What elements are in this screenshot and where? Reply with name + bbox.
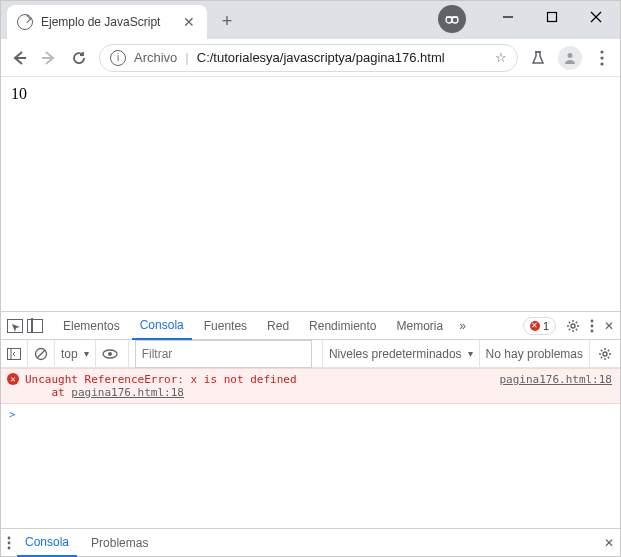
svg-point-11: [600, 56, 603, 59]
device-toolbar-icon[interactable]: [27, 319, 43, 333]
console-body: ✕ Uncaught ReferenceError: x is not defi…: [1, 368, 620, 528]
tab-red[interactable]: Red: [259, 312, 297, 340]
devtools-tabs: Elementos Consola Fuentes Red Rendimient…: [1, 312, 620, 340]
close-drawer-icon[interactable]: ✕: [604, 536, 614, 550]
svg-point-22: [108, 352, 112, 356]
menu-button[interactable]: [592, 48, 612, 68]
new-tab-button[interactable]: +: [213, 7, 241, 35]
flask-icon[interactable]: [528, 48, 548, 68]
tab-fuentes[interactable]: Fuentes: [196, 312, 255, 340]
stack-link[interactable]: pagina176.html:18: [71, 386, 184, 399]
context-selector[interactable]: top: [54, 340, 95, 368]
svg-point-14: [591, 319, 594, 322]
svg-point-23: [603, 352, 607, 356]
window-controls: [438, 1, 620, 33]
browser-tab[interactable]: Ejemplo de JavaScript ✕: [7, 5, 207, 39]
profile-button[interactable]: [558, 46, 582, 70]
svg-point-9: [568, 53, 573, 58]
back-button[interactable]: [9, 48, 29, 68]
svg-line-20: [37, 350, 45, 358]
svg-point-24: [8, 536, 11, 539]
inspect-element-icon[interactable]: [7, 319, 23, 333]
svg-point-16: [591, 329, 594, 332]
svg-point-25: [8, 541, 11, 544]
log-levels-selector[interactable]: Niveles predeterminados: [322, 340, 479, 368]
incognito-icon[interactable]: [438, 5, 466, 33]
svg-point-12: [600, 62, 603, 65]
error-count-badge[interactable]: ✕ 1: [523, 317, 556, 335]
bookmark-icon[interactable]: ☆: [495, 50, 507, 65]
tab-rendimiento[interactable]: Rendimiento: [301, 312, 384, 340]
live-expression-icon[interactable]: [95, 340, 124, 368]
error-dot-icon: ✕: [530, 321, 540, 331]
svg-point-15: [591, 324, 594, 327]
devtools-menu-icon[interactable]: [590, 319, 594, 333]
minimize-button[interactable]: [486, 2, 530, 32]
error-text: Uncaught ReferenceError: x is not define…: [25, 373, 499, 399]
svg-rect-3: [548, 13, 557, 22]
address-separator: |: [185, 50, 188, 65]
tab-elementos[interactable]: Elementos: [55, 312, 128, 340]
address-url: C:/tutorialesya/javascriptya/pagina176.h…: [197, 50, 487, 65]
clear-console-icon[interactable]: [27, 340, 54, 368]
drawer-tab-consola[interactable]: Consola: [17, 529, 77, 557]
console-prompt[interactable]: >: [1, 404, 620, 425]
svg-rect-17: [8, 348, 21, 359]
console-error-message[interactable]: ✕ Uncaught ReferenceError: x is not defi…: [1, 368, 620, 404]
settings-icon[interactable]: [566, 319, 580, 333]
svg-point-26: [8, 546, 11, 549]
browser-window: Ejemplo de JavaScript ✕ + i Archivo | C:…: [0, 0, 621, 557]
reload-button[interactable]: [69, 48, 89, 68]
error-icon: ✕: [7, 373, 19, 385]
console-sidebar-toggle[interactable]: [1, 340, 27, 368]
no-issues-label[interactable]: No hay problemas: [479, 340, 589, 368]
close-window-button[interactable]: [574, 2, 618, 32]
console-toolbar: top Niveles predeterminados No hay probl…: [1, 340, 620, 368]
close-devtools-icon[interactable]: ✕: [604, 319, 614, 333]
devtools-drawer: Consola Problemas ✕: [1, 528, 620, 556]
toolbar: i Archivo | C:/tutorialesya/javascriptya…: [1, 39, 620, 77]
address-label: Archivo: [134, 50, 177, 65]
close-tab-icon[interactable]: ✕: [181, 14, 197, 30]
drawer-menu-icon[interactable]: [7, 536, 11, 550]
inspect-controls: [7, 319, 43, 333]
maximize-button[interactable]: [530, 2, 574, 32]
address-bar[interactable]: i Archivo | C:/tutorialesya/javascriptya…: [99, 44, 518, 72]
drawer-tab-problemas[interactable]: Problemas: [83, 529, 156, 557]
page-content: 10: [1, 77, 620, 311]
svg-point-1: [452, 17, 458, 23]
info-icon[interactable]: i: [110, 50, 126, 66]
globe-icon: [17, 14, 33, 30]
console-settings-icon[interactable]: [589, 340, 620, 368]
error-count: 1: [543, 320, 549, 332]
svg-point-10: [600, 50, 603, 53]
tab-title: Ejemplo de JavaScript: [41, 15, 173, 29]
page-output: 10: [11, 85, 27, 102]
more-tabs-icon[interactable]: »: [455, 319, 470, 333]
error-source-link[interactable]: pagina176.html:18: [499, 373, 612, 399]
filter-input[interactable]: [135, 340, 312, 368]
titlebar: Ejemplo de JavaScript ✕ +: [1, 1, 620, 39]
tab-memoria[interactable]: Memoria: [388, 312, 451, 340]
svg-point-0: [446, 17, 452, 23]
filter-wrap: [128, 340, 318, 368]
tab-consola[interactable]: Consola: [132, 312, 192, 340]
devtools: Elementos Consola Fuentes Red Rendimient…: [1, 311, 620, 556]
forward-button[interactable]: [39, 48, 59, 68]
svg-point-13: [571, 324, 575, 328]
